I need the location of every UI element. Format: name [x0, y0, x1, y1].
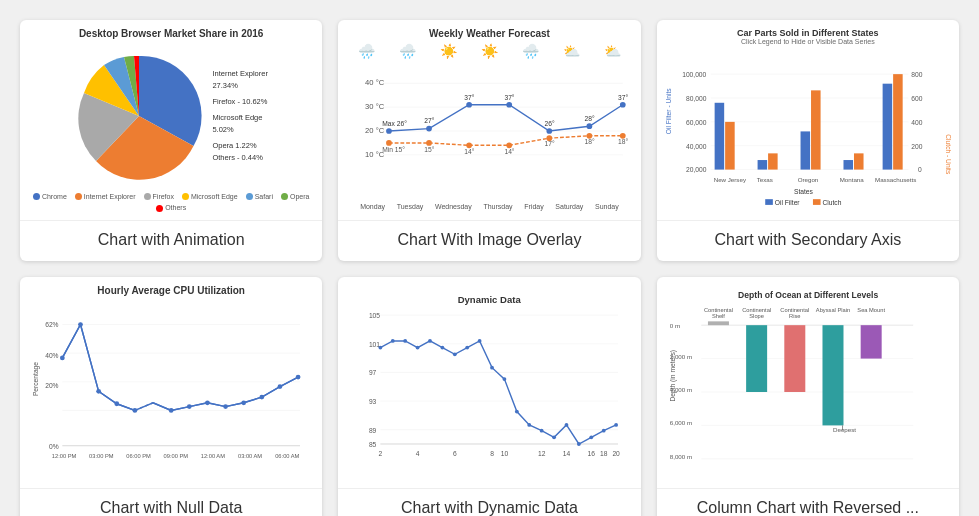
svg-text:States: States — [794, 188, 814, 195]
svg-point-128 — [528, 423, 532, 427]
card-weather[interactable]: Weekly Weather Forecast 🌧️ 🌧️ ☀️ ☀️ 🌧️ ⛅… — [338, 20, 640, 261]
svg-rect-166 — [708, 321, 729, 325]
svg-text:28°: 28° — [585, 115, 595, 122]
svg-text:93: 93 — [369, 398, 377, 405]
svg-text:Texas: Texas — [756, 176, 772, 183]
svg-text:200: 200 — [911, 143, 922, 150]
svg-point-23 — [427, 140, 433, 146]
svg-point-88 — [169, 408, 174, 413]
svg-point-93 — [259, 395, 264, 400]
svg-text:20,000: 20,000 — [686, 166, 707, 173]
line-cpu-svg: Percentage 62% 40% 20% 0% — [28, 298, 314, 480]
svg-text:12:00 PM: 12:00 PM — [52, 453, 77, 459]
weather-icon-4: 🌧️ — [522, 43, 539, 59]
svg-point-132 — [577, 442, 581, 446]
svg-text:06:00 AM: 06:00 AM — [275, 453, 299, 459]
svg-text:18°: 18° — [618, 138, 628, 145]
svg-point-134 — [602, 429, 606, 433]
svg-text:Percentage: Percentage — [32, 362, 40, 396]
chart-area-secondary: Car Parts Sold in Different States Click… — [657, 20, 959, 220]
svg-text:06:00 PM: 06:00 PM — [126, 453, 151, 459]
svg-text:6: 6 — [453, 450, 457, 457]
svg-text:18: 18 — [600, 450, 608, 457]
svg-text:Continental: Continental — [780, 307, 809, 313]
svg-point-127 — [515, 410, 519, 414]
svg-text:600: 600 — [911, 95, 922, 102]
card-animation[interactable]: Desktop Browser Market Share in 2016 — [20, 20, 322, 261]
svg-text:101: 101 — [369, 341, 380, 348]
svg-text:Oil Filter - Units: Oil Filter - Units — [665, 88, 672, 135]
svg-text:Depth (in meters): Depth (in meters) — [668, 350, 676, 402]
pie-chart-title: Desktop Browser Market Share in 2016 — [79, 28, 264, 39]
weather-icon-2: ☀️ — [440, 43, 457, 59]
weather-days: Monday Tuesday Wednesday Thursday Friday… — [346, 201, 632, 212]
svg-point-92 — [241, 400, 246, 405]
svg-text:Montana: Montana — [839, 176, 864, 183]
svg-text:15°: 15° — [425, 146, 435, 153]
svg-point-123 — [466, 346, 470, 350]
svg-point-135 — [615, 423, 619, 427]
svg-rect-169 — [822, 325, 843, 425]
weather-icon-5: ⛅ — [563, 43, 580, 59]
svg-text:Sea Mount: Sea Mount — [857, 307, 885, 313]
svg-rect-58 — [725, 122, 735, 170]
card-title-ocean: Column Chart with Reversed ... — [657, 488, 959, 516]
svg-text:85: 85 — [369, 441, 377, 448]
dynamic-data-svg: Dynamic Data 105 101 97 93 89 85 — [346, 285, 632, 480]
chart-area-animation: Desktop Browser Market Share in 2016 — [20, 20, 322, 220]
svg-text:Oil Filter: Oil Filter — [774, 199, 800, 206]
svg-point-10 — [467, 102, 473, 108]
svg-point-120 — [428, 339, 432, 343]
weather-icon-1: 🌧️ — [399, 43, 416, 59]
svg-point-119 — [416, 346, 420, 350]
svg-point-117 — [391, 339, 395, 343]
svg-text:0%: 0% — [49, 443, 59, 450]
chart-area-ocean: Depth of Ocean at Different Levels Conti… — [657, 277, 959, 488]
svg-rect-60 — [811, 90, 821, 169]
svg-text:30 °C: 30 °C — [365, 102, 385, 111]
svg-point-8 — [386, 128, 392, 134]
svg-point-94 — [278, 384, 283, 389]
svg-point-14 — [620, 102, 626, 108]
svg-text:New Jersey: New Jersey — [713, 176, 746, 183]
svg-point-9 — [427, 126, 433, 132]
svg-text:37°: 37° — [505, 94, 515, 101]
card-title-weather: Chart With Image Overlay — [338, 220, 640, 261]
chart-area-null: Hourly Average CPU Utilization Percentag… — [20, 277, 322, 488]
svg-point-129 — [540, 429, 544, 433]
svg-text:80,000: 80,000 — [686, 95, 707, 102]
svg-rect-57 — [882, 84, 892, 170]
card-title-secondary: Chart with Secondary Axis — [657, 220, 959, 261]
svg-text:400: 400 — [911, 119, 922, 126]
svg-point-126 — [503, 377, 507, 381]
svg-text:17°: 17° — [545, 140, 555, 147]
svg-text:03:00 PM: 03:00 PM — [89, 453, 114, 459]
svg-text:37°: 37° — [465, 94, 475, 101]
weather-icon-0: 🌧️ — [358, 43, 375, 59]
svg-point-90 — [205, 400, 210, 405]
svg-text:Clutch: Clutch — [822, 199, 841, 206]
card-secondary-axis[interactable]: Car Parts Sold in Different States Click… — [657, 20, 959, 261]
svg-rect-55 — [800, 131, 810, 169]
svg-rect-53 — [714, 103, 724, 170]
chart-grid: Desktop Browser Market Share in 2016 — [20, 20, 959, 516]
card-null-data[interactable]: Hourly Average CPU Utilization Percentag… — [20, 277, 322, 516]
svg-text:Deepest: Deepest — [833, 426, 856, 433]
svg-text:40%: 40% — [45, 352, 58, 359]
card-dynamic-data[interactable]: Dynamic Data 105 101 97 93 89 85 — [338, 277, 640, 516]
svg-point-84 — [78, 322, 83, 327]
svg-text:Depth of Ocean at Different Le: Depth of Ocean at Different Levels — [738, 290, 878, 300]
svg-point-116 — [379, 346, 383, 350]
svg-text:Max 26°: Max 26° — [383, 120, 408, 127]
bar-chart-subtitle: Click Legend to Hide or Visible Data Ser… — [665, 38, 951, 45]
svg-text:40 °C: 40 °C — [365, 78, 385, 87]
card-ocean[interactable]: Depth of Ocean at Different Levels Conti… — [657, 277, 959, 516]
svg-point-124 — [478, 339, 482, 343]
ocean-svg: Depth of Ocean at Different Levels Conti… — [665, 285, 951, 480]
svg-text:10: 10 — [501, 450, 509, 457]
pie-legend: Chrome Internet Explorer Firefox Microso… — [28, 193, 314, 212]
svg-text:62%: 62% — [45, 321, 58, 328]
svg-point-131 — [565, 423, 569, 427]
svg-text:Rise: Rise — [789, 313, 800, 319]
svg-text:Dynamic Data: Dynamic Data — [458, 294, 522, 305]
